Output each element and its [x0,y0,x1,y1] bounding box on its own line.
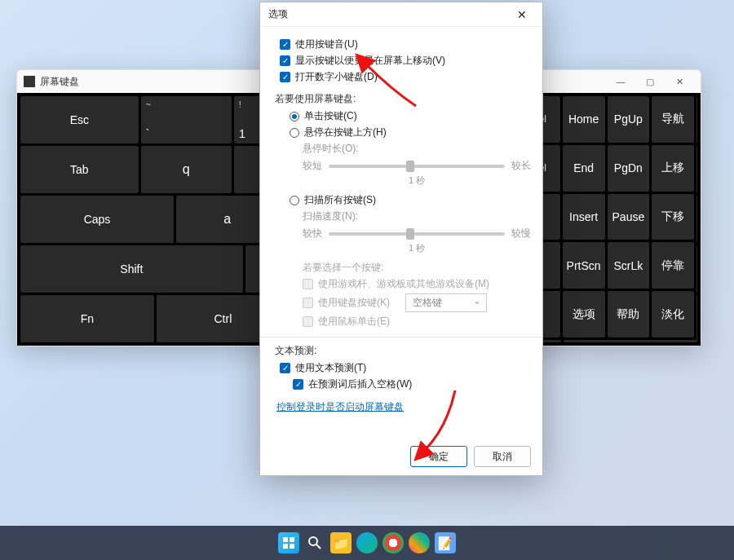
check-keyclick-sound[interactable]: ✓使用按键音(U) [280,37,531,51]
key-prtscn[interactable]: PrtScn [563,242,605,289]
checkbox-icon [303,298,313,308]
taskbar-explorer-icon[interactable]: 📁 [330,532,352,553]
key-fn[interactable]: Fn [20,295,154,342]
key-pgup[interactable]: PgUp [608,96,650,143]
key-down[interactable]: 下移 [652,194,694,240]
checkbox-icon [303,316,313,327]
scan-speed-label: 扫描速度(N): [303,209,531,223]
check-mouse-click: 使用鼠标单击(E) [303,315,531,329]
key-nav[interactable]: 导航 [652,96,694,143]
dialog-titlebar: 选项 ✕ [260,2,542,27]
key-end[interactable]: End [563,145,605,192]
hover-slider [329,165,505,168]
taskbar-edge-icon[interactable] [356,532,378,553]
key-esc[interactable]: Esc [20,96,139,143]
hover-short-label: 较短 [303,159,322,173]
radio-scan[interactable]: 扫描所有按键(S) [290,193,531,207]
key-up[interactable]: 上移 [652,145,694,192]
key-help[interactable]: 帮助 [608,291,650,337]
key-backtick[interactable]: ~` [141,96,232,143]
key-options[interactable]: 选项 [563,291,605,337]
radio-icon [290,112,299,121]
checkbox-icon: ✓ [280,363,290,373]
key-scrlk[interactable]: ScrLk [608,242,650,289]
scan-slow-label: 较慢 [511,227,531,240]
ok-button[interactable]: 确定 [410,446,467,467]
radio-hover[interactable]: 悬停在按键上方(H) [290,126,531,139]
section-text-prediction: 文本预测: [275,344,531,358]
taskbar: 📁 📝 [0,526,734,560]
section-use-osk: 若要使用屏幕键盘: [275,92,531,106]
radio-icon [290,128,299,138]
key-pgdn[interactable]: PgDn [608,145,650,192]
checkbox-icon [303,279,313,289]
hover-duration-label: 悬停时长(O): [303,142,531,156]
radio-icon [290,196,299,205]
key-home[interactable]: Home [563,96,605,143]
scan-select-label: 若要选择一个按键: [303,261,531,275]
osk-minimize-button[interactable]: — [606,70,635,93]
checkbox-icon: ✓ [280,72,290,82]
key-q[interactable]: q [141,146,232,193]
osk-close-button[interactable]: ✕ [665,70,694,93]
svg-line-5 [316,545,321,549]
checkbox-icon: ✓ [293,379,303,390]
scan-key-combo: 空格键 [405,293,487,312]
taskbar-chrome-icon[interactable] [382,532,404,553]
radio-click[interactable]: 单击按键(C) [290,109,531,123]
svg-rect-2 [283,544,288,549]
check-text-prediction[interactable]: ✓使用文本预测(T) [280,361,531,375]
link-logon-control[interactable]: 控制登录时是否启动屏幕键盘 [276,400,404,414]
key-shift[interactable]: Shift [20,245,243,293]
checkbox-icon: ✓ [280,55,290,66]
taskbar-notepad-icon[interactable]: 📝 [435,532,456,553]
scan-fast-label: 较快 [303,227,322,240]
key-tab[interactable]: Tab [20,146,139,193]
scan-value: 1 秒 [303,242,531,254]
taskbar-start-button[interactable] [278,532,299,553]
taskbar-search-button[interactable] [304,532,325,553]
cancel-button[interactable]: 取消 [474,446,531,467]
scan-slider [329,232,505,236]
svg-rect-1 [290,537,294,542]
options-dialog: 选项 ✕ ✓使用按键音(U) ✓显示按键以便更易在屏幕上移动(V) ✓打开数字小… [259,2,543,476]
dialog-body: ✓使用按键音(U) ✓显示按键以便更易在屏幕上移动(V) ✓打开数字小键盘(D)… [260,27,542,438]
check-insert-space[interactable]: ✓在预测词后插入空格(W) [293,377,531,391]
dialog-close-button[interactable]: ✕ [510,3,534,26]
svg-rect-3 [290,544,294,549]
key-insert[interactable]: Insert [563,194,605,240]
dialog-footer: 确定 取消 [260,438,542,475]
osk-maximize-button[interactable]: ▢ [635,70,665,93]
check-numpad[interactable]: ✓打开数字小键盘(D) [280,70,531,84]
svg-rect-0 [283,537,288,542]
osk-app-icon [24,76,35,87]
key-dock[interactable]: 停靠 [652,242,694,289]
key-caps[interactable]: Caps [20,196,174,243]
svg-point-4 [309,537,317,545]
check-joystick: 使用游戏杆、游戏板或其他游戏设备(M) [303,277,531,291]
hover-long-label: 较长 [511,159,531,173]
checkbox-icon: ✓ [280,39,290,50]
check-show-keys[interactable]: ✓显示按键以便更易在屏幕上移动(V) [280,54,531,68]
hover-value: 1 秒 [303,174,531,187]
taskbar-paint-icon[interactable] [409,532,430,553]
osk-title: 屏幕键盘 [40,75,79,89]
dialog-title: 选项 [268,7,510,21]
key-pause[interactable]: Pause [608,194,650,240]
check-keyboard-key: 使用键盘按键(K) 空格键 [303,293,531,312]
key-fade[interactable]: 淡化 [652,291,694,337]
